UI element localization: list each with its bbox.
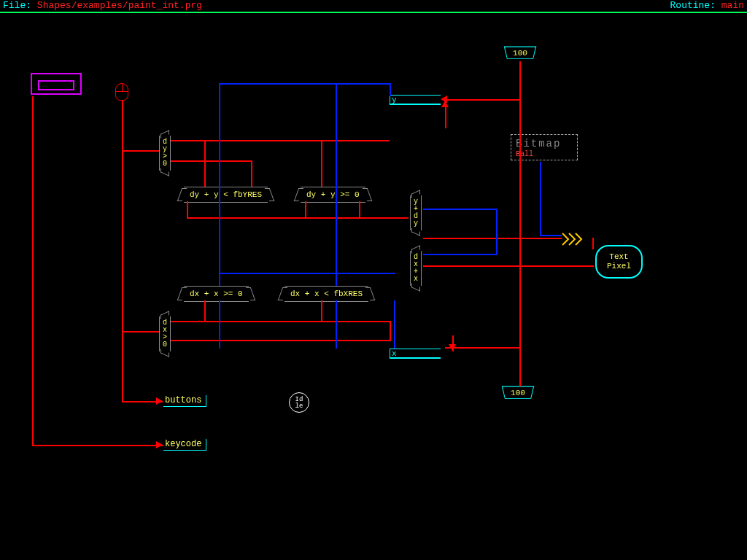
output-text-pixel[interactable]: Text Pixel [595, 245, 643, 279]
wire [390, 83, 391, 96]
output-line1: Text [609, 252, 628, 261]
wire [359, 201, 360, 219]
wire [445, 347, 521, 349]
node-dy-y-ge-0[interactable]: dy + y >= 0 [301, 187, 365, 203]
wire [171, 140, 390, 141]
wire [540, 235, 562, 236]
wire [122, 150, 159, 152]
node-x-plus-dx[interactable]: d x + x [410, 251, 422, 286]
wire [445, 99, 521, 101]
wire [32, 445, 163, 446]
routine-name: main [721, 0, 744, 11]
wire [423, 265, 594, 267]
weight-top[interactable]: 100 [504, 47, 537, 59]
wire [519, 265, 521, 386]
routine-label: Routine: [670, 0, 716, 11]
file-path: Shapes/examples/paint_int.prg [37, 0, 202, 11]
chevron-icon [562, 232, 584, 246]
mouse-icon[interactable] [115, 83, 128, 101]
routine-label-group: Routine: main [670, 0, 744, 11]
wire [219, 300, 220, 349]
node-dx-gt-0[interactable]: d x > 0 [159, 316, 171, 351]
wire [519, 61, 521, 265]
file-label: File: [3, 0, 31, 11]
terminal-keycode[interactable]: keycode [163, 439, 206, 451]
header-bar: File: Shapes/examples/paint_int.prg Rout… [0, 0, 747, 13]
arrowhead-icon [156, 441, 163, 448]
wire [122, 101, 123, 402]
wire [187, 201, 188, 219]
wire [171, 340, 390, 341]
wire [423, 254, 498, 255]
wire [423, 209, 498, 210]
node-dx-x-ge-0[interactable]: dx + x >= 0 [184, 286, 249, 302]
wire [321, 300, 322, 322]
wire [204, 300, 206, 322]
port-y[interactable]: y [390, 95, 441, 104]
wire [171, 160, 251, 162]
port-x[interactable]: x [390, 349, 441, 357]
wire [219, 83, 220, 286]
wire [390, 321, 391, 341]
wire [305, 201, 306, 219]
wire [394, 300, 395, 349]
wire [336, 300, 337, 349]
wire [336, 83, 337, 286]
bitmap-subtitle: Ball [516, 150, 533, 158]
wire [251, 160, 252, 187]
wire [423, 238, 562, 239]
arrowhead-icon [449, 344, 456, 351]
wire [204, 140, 206, 187]
wire [390, 357, 441, 359]
wire [321, 140, 322, 187]
arrowhead-icon [441, 101, 449, 107]
wire [592, 238, 594, 249]
idle-node[interactable]: Id le [289, 392, 309, 413]
terminal-buttons[interactable]: buttons [163, 395, 206, 407]
node-y-plus-dy[interactable]: y + d y [410, 195, 422, 230]
wire [390, 104, 441, 105]
wire [540, 162, 541, 236]
diagram-canvas[interactable]: 100 100 y x d y > 0 d x > 0 dy + y < fbY… [0, 15, 747, 560]
bitmap-title: Bitmap [516, 138, 561, 149]
wire [171, 321, 390, 322]
node-dy-gt-0[interactable]: d y > 0 [159, 136, 171, 171]
wire [219, 83, 390, 85]
node-dy-y-lt-yres[interactable]: dy + y < fbYRES [184, 187, 268, 203]
node-dx-x-lt-xres[interactable]: dx + x < fbXRES [285, 286, 368, 302]
wire [496, 209, 498, 255]
arrowhead-icon [156, 397, 163, 405]
keyboard-icon[interactable] [31, 73, 82, 95]
wire [122, 331, 159, 332]
file-label-group: File: Shapes/examples/paint_int.prg [3, 0, 202, 11]
wire [219, 273, 395, 274]
output-line2: Pixel [607, 262, 631, 271]
wire [32, 96, 34, 446]
weight-bottom[interactable]: 100 [502, 386, 535, 399]
